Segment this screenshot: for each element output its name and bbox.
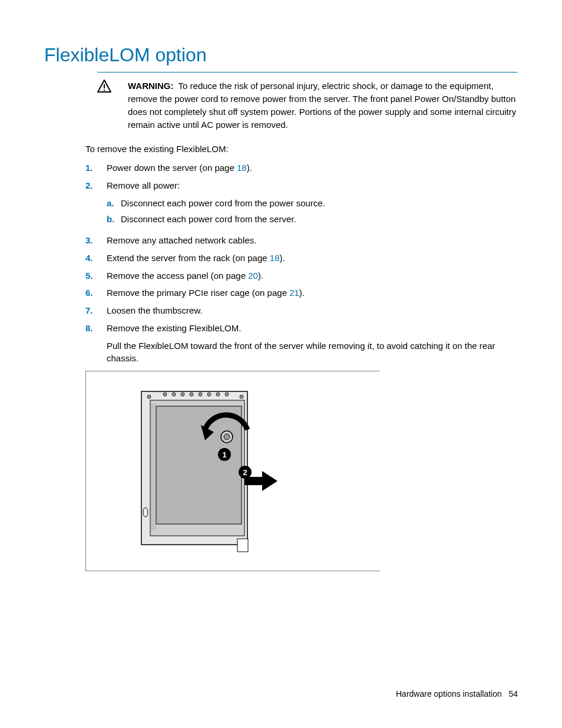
warning-icon: [97, 80, 111, 96]
substep-text: Disconnect each power cord from the powe…: [121, 197, 325, 210]
step-number: 5.: [85, 269, 107, 282]
step-text: Remove the access panel (on page 20).: [107, 269, 518, 282]
heading-rule: [97, 72, 518, 73]
diagram: 1 2: [85, 371, 518, 575]
step-continuation: Pull the FlexibleLOM toward the front of…: [107, 340, 518, 365]
step-6: 6. Remove the primary PCIe riser cage (o…: [85, 286, 518, 299]
step-number: 4.: [85, 252, 107, 265]
svg-marker-24: [262, 471, 277, 491]
step-text: Power down the server (on page 18).: [107, 162, 518, 174]
step-4: 4. Extend the server from the rack (on p…: [85, 252, 518, 265]
substeps-list: a. Disconnect each power cord from the p…: [107, 197, 518, 226]
svg-point-9: [163, 393, 167, 396]
steps-list: 1. Power down the server (on page 18). 2…: [85, 162, 518, 365]
warning-block: WARNING: To reduce the risk of personal …: [97, 80, 518, 131]
svg-point-12: [190, 393, 193, 396]
warning-text: WARNING: To reduce the risk of personal …: [128, 80, 518, 131]
svg-rect-1: [104, 90, 105, 91]
step-number: 7.: [85, 304, 107, 317]
footer-page-number: 54: [508, 689, 518, 699]
substep-number: a.: [107, 197, 121, 210]
step-number: 1.: [85, 162, 107, 174]
svg-text:1: 1: [222, 450, 226, 459]
step-8: 8. Remove the existing FlexibleLOM. Pull…: [85, 322, 518, 365]
step-3: 3. Remove any attached network cables.: [85, 234, 518, 247]
page-link[interactable]: 18: [237, 163, 247, 173]
footer-section: Hardware options installation: [396, 689, 502, 699]
svg-rect-7: [156, 406, 242, 524]
page-link[interactable]: 21: [289, 288, 299, 298]
svg-point-10: [172, 393, 176, 396]
svg-rect-27: [237, 539, 248, 552]
step-1: 1. Power down the server (on page 18).: [85, 162, 518, 174]
svg-point-19: [224, 434, 230, 440]
page-heading: FlexibleLOM option: [44, 41, 518, 68]
step-2: 2. Remove all power: a. Disconnect each …: [85, 179, 518, 229]
step-text: Loosen the thumbscrew.: [107, 304, 518, 317]
page-link[interactable]: 18: [270, 253, 280, 263]
step-number: 8.: [85, 322, 107, 335]
svg-point-15: [216, 393, 220, 396]
step-7: 7. Loosen the thumbscrew.: [85, 304, 518, 317]
substep-text: Disconnect each power cord from the serv…: [121, 213, 296, 226]
step-text: Remove all power: a. Disconnect each pow…: [107, 179, 518, 229]
svg-point-28: [143, 508, 148, 517]
svg-point-14: [207, 393, 211, 396]
substep-b: b. Disconnect each power cord from the s…: [107, 213, 518, 226]
svg-point-13: [199, 393, 202, 396]
warning-body: To reduce the risk of personal injury, e…: [128, 81, 516, 129]
svg-point-11: [181, 393, 184, 396]
intro-text: To remove the existing FlexibleLOM:: [85, 143, 518, 156]
page-footer: Hardware options installation 54: [396, 688, 518, 700]
step-number: 2.: [85, 179, 107, 192]
svg-point-8: [147, 395, 151, 398]
svg-rect-0: [104, 84, 105, 88]
step-5: 5. Remove the access panel (on page 20).: [85, 269, 518, 282]
step-text: Remove the primary PCIe riser cage (on p…: [107, 286, 518, 299]
page-link[interactable]: 20: [248, 271, 258, 281]
step-text: Extend the server from the rack (on page…: [107, 252, 518, 265]
step-text: Remove any attached network cables.: [107, 234, 518, 247]
svg-point-17: [240, 395, 243, 398]
svg-point-16: [225, 393, 229, 396]
substep-a: a. Disconnect each power cord from the p…: [107, 197, 518, 210]
step-number: 3.: [85, 234, 107, 247]
svg-text:2: 2: [243, 468, 247, 477]
warning-label: WARNING:: [128, 81, 174, 91]
step-number: 6.: [85, 286, 107, 299]
substep-number: b.: [107, 213, 121, 226]
step-text: Remove the existing FlexibleLOM. Pull th…: [107, 322, 518, 365]
